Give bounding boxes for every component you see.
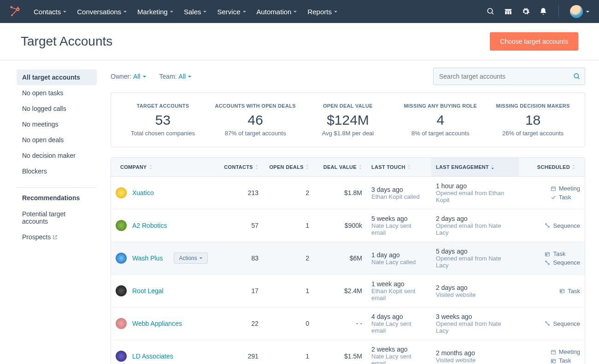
sort-icon (305, 165, 309, 169)
sidebar-item-all-target-accounts[interactable]: All target accounts (17, 69, 97, 85)
nav-item-automation[interactable]: Automation (257, 8, 298, 16)
svg-point-1 (17, 9, 18, 10)
settings-icon[interactable] (522, 7, 530, 16)
scheduled-item: Task (551, 357, 571, 364)
col-last-touch[interactable]: LAST TOUCH (367, 158, 431, 176)
svg-line-8 (492, 12, 493, 14)
calendar-day-icon (551, 358, 556, 364)
sidebar-item-no-open-deals[interactable]: No open deals (17, 132, 97, 148)
chevron-down-icon (63, 10, 67, 14)
svg-rect-27 (561, 291, 562, 292)
sidebar: All target accountsNo open tasksNo logge… (0, 60, 106, 364)
company-link[interactable]: LD Associates (132, 352, 173, 360)
page-title: Target Accounts (21, 34, 112, 49)
sidebar-item-no-decision-maker[interactable]: No decision maker (17, 148, 97, 163)
owner-filter[interactable]: All (133, 73, 147, 80)
sort-icon (358, 165, 362, 169)
accounts-table: COMPANY CONTACTS OPEN DEALS DEAL VALUE L… (111, 157, 585, 364)
chevron-down-icon (188, 75, 192, 79)
sequence-icon (545, 260, 550, 266)
deal-value-cell: $6M (314, 249, 367, 267)
table-row: Xuatico 213 2 $1.8M 3 days ago Ethan Kop… (111, 177, 585, 209)
scheduled-cell: Sequence (519, 315, 585, 333)
col-deal-value[interactable]: DEAL VALUE (314, 158, 367, 176)
topnav-right (487, 5, 590, 18)
svg-rect-11 (510, 11, 511, 14)
sidebar-item-no-logged-calls[interactable]: No logged calls (17, 101, 97, 116)
company-link[interactable]: Xuatico (132, 189, 154, 196)
company-link[interactable]: Wash Plus (132, 254, 163, 262)
nav-item-service[interactable]: Service (217, 8, 246, 16)
company-logo (116, 285, 127, 296)
sidebar-item-no-meetings[interactable]: No meetings (17, 116, 97, 132)
svg-line-13 (578, 77, 579, 79)
search-icon (573, 73, 581, 80)
scheduled-item: Meeting (551, 348, 580, 355)
company-logo (116, 253, 127, 264)
notifications-icon[interactable] (539, 7, 547, 16)
contacts-cell: 213 (219, 184, 263, 202)
scheduled-cell: TaskSequence (519, 245, 585, 272)
chevron-down-icon (203, 10, 207, 14)
calendar-icon (551, 349, 556, 355)
col-last-engagement[interactable]: LAST ENGAGEMENT (431, 158, 519, 176)
sidebar-item-potential-target-accounts[interactable]: Potential target accounts (17, 206, 97, 229)
table-row: Webb Appliances 22 0 - - 4 days ago Nate… (111, 307, 585, 340)
nav-item-marketing[interactable]: Marketing (137, 8, 174, 16)
sidebar-item-prospects[interactable]: Prospects (17, 229, 97, 245)
company-logo (116, 351, 127, 362)
chevron-down-icon (142, 75, 147, 79)
company-link[interactable]: Webb Appliances (132, 320, 182, 327)
stat-sub: 87% of target accounts (213, 130, 298, 137)
company-logo (116, 318, 127, 329)
last-touch-cell: 3 days ago Ethan Kopit called (367, 180, 431, 206)
stat-value: 53 (120, 112, 206, 128)
external-link-icon (53, 235, 58, 240)
stats-panel: TARGET ACCOUNTS 53 Total chosen companie… (111, 92, 585, 147)
stat-label: OPEN DEAL VALUE (305, 103, 391, 109)
nav-item-contacts[interactable]: Contacts (34, 8, 67, 16)
company-link[interactable]: Root Legal (132, 287, 164, 295)
contacts-cell: 22 (219, 314, 263, 333)
col-scheduled[interactable]: SCHEDULED (519, 158, 585, 176)
company-logo (116, 220, 127, 231)
svg-point-2 (10, 6, 12, 8)
stat-open-deal-value: OPEN DEAL VALUE $124M Avg $1.8M per deal (302, 103, 394, 137)
last-engagement-cell: 3 weeks ago Opened email from Nate Lacy (431, 307, 519, 340)
svg-point-29 (548, 324, 550, 326)
stat-sub: Total chosen companies (120, 130, 206, 137)
sidebar-item-blockers[interactable]: Blockers (17, 163, 97, 179)
scheduled-item: Task (559, 288, 580, 295)
stat-accounts-with-open-deals: ACCOUNTS WITH OPEN DEALS 46 87% of targe… (209, 103, 302, 137)
marketplace-icon[interactable] (504, 7, 512, 16)
search-icon[interactable] (487, 7, 495, 16)
chevron-down-icon (199, 256, 203, 260)
nav-item-sales[interactable]: Sales (184, 8, 207, 16)
col-open-deals[interactable]: OPEN DEALS (263, 158, 314, 176)
account-menu[interactable] (570, 5, 590, 18)
col-company[interactable]: COMPANY (111, 158, 219, 176)
table-header: COMPANY CONTACTS OPEN DEALS DEAL VALUE L… (111, 158, 585, 177)
nav-item-conversations[interactable]: Conversations (77, 8, 127, 16)
choose-target-accounts-button[interactable]: Choose target accounts (490, 32, 578, 51)
last-touch-cell: 1 week ago Ethan Kopit sent email (367, 275, 431, 307)
last-touch-cell: 4 days ago Nate Lacy sent email (367, 307, 431, 340)
team-filter-label: Team: (159, 73, 177, 80)
team-filter[interactable]: All (179, 73, 192, 80)
nav-item-reports[interactable]: Reports (307, 8, 338, 16)
topnav-menu: ContactsConversationsMarketingSalesServi… (34, 8, 487, 16)
chevron-down-icon (334, 10, 338, 14)
svg-point-28 (546, 322, 547, 323)
sort-icon (491, 165, 494, 169)
stat-value: 4 (398, 112, 483, 128)
stat-sub: 8% of target accounts (398, 130, 483, 137)
company-link[interactable]: A2 Robotics (132, 222, 167, 229)
col-contacts[interactable]: CONTACTS (219, 158, 263, 176)
actions-button[interactable]: Actions (174, 253, 207, 264)
table-row: A2 Robotics 57 1 $900k 5 weeks ago Nate … (111, 209, 585, 242)
search-input[interactable] (433, 68, 585, 85)
sidebar-item-no-open-tasks[interactable]: No open tasks (17, 85, 97, 101)
contacts-cell: 83 (219, 249, 263, 267)
open-deals-cell: 2 (263, 249, 314, 267)
svg-point-24 (548, 263, 550, 265)
